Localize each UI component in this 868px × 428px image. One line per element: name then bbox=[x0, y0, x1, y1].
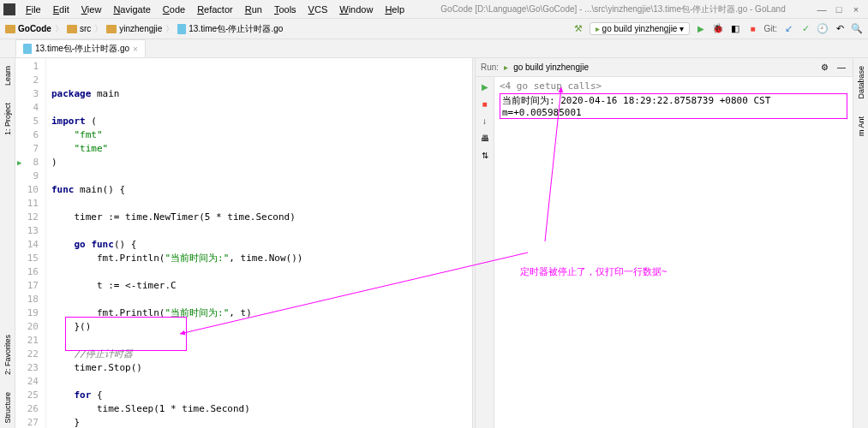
tab-label: 13.time包-停止计时器.go bbox=[35, 43, 129, 55]
breadcrumb-src[interactable]: src bbox=[67, 24, 91, 33]
go-file-icon bbox=[23, 44, 32, 54]
code-line: for { bbox=[51, 389, 472, 402]
run-console[interactable]: <4 go setup calls> 当前时间为: 2020-04-16 18:… bbox=[494, 77, 853, 428]
run-gutter-icon[interactable]: ▶ bbox=[17, 156, 21, 169]
chevron-down-icon: ▾ bbox=[679, 24, 684, 33]
run-side-toolbar: ▶ ■ ↓ 🖶 ⇅ bbox=[476, 77, 494, 428]
menubar: FileEditViewNavigateCodeRefactorRunTools… bbox=[21, 3, 410, 16]
code-line: package main bbox=[51, 87, 472, 101]
code-line: go func() { bbox=[51, 238, 472, 252]
breadcrumb: GoCode 〉 src 〉 yinzhengjie 〉 13.time包-停止… bbox=[5, 23, 283, 35]
go-file-icon bbox=[177, 24, 186, 34]
right-tool-stripe: Database m Ant bbox=[853, 58, 868, 428]
filter-button[interactable]: ⇅ bbox=[479, 149, 491, 161]
code-line bbox=[51, 293, 472, 306]
close-button[interactable]: × bbox=[851, 4, 861, 15]
console-setup-line: <4 go setup calls> bbox=[500, 80, 847, 92]
code-line: timer.Stop() bbox=[51, 361, 472, 375]
breadcrumb-file[interactable]: 13.time包-停止计时器.go bbox=[177, 23, 283, 35]
line-numbers: 12345678▶9101112131415161718192021222324… bbox=[15, 58, 46, 428]
menu-tools[interactable]: Tools bbox=[269, 3, 302, 16]
code-line: t := <-timer.C bbox=[51, 279, 472, 293]
settings-icon[interactable]: ⚙ bbox=[818, 62, 830, 74]
menu-help[interactable]: Help bbox=[380, 3, 410, 16]
code-line: time.Sleep(1 * time.Second) bbox=[51, 402, 472, 416]
menu-code[interactable]: Code bbox=[158, 3, 190, 16]
coverage-button[interactable]: ◧ bbox=[729, 23, 741, 35]
console-output-line: 当前时间为: 2020-04-16 18:29:22.8758739 +0800… bbox=[500, 93, 847, 119]
minimize-button[interactable]: — bbox=[817, 4, 827, 15]
menu-navigate[interactable]: Navigate bbox=[108, 3, 155, 16]
main-area: Learn 1: Project 2: Favorites Structure … bbox=[0, 58, 868, 428]
code-line bbox=[51, 265, 472, 279]
run-pane: Run: ▸ go build yinzhengjie ⚙ — ▶ ■ ↓ 🖶 … bbox=[476, 58, 853, 428]
tool-tab-favorites[interactable]: 2: Favorites bbox=[2, 330, 14, 379]
maximize-button[interactable]: □ bbox=[834, 4, 844, 15]
run-header: Run: ▸ go build yinzhengjie ⚙ — bbox=[476, 58, 853, 77]
rerun-button[interactable]: ▶ bbox=[479, 80, 491, 92]
run-title: Run: bbox=[481, 62, 499, 72]
run-config-icon: ▸ bbox=[596, 24, 600, 33]
hide-panel-icon[interactable]: — bbox=[835, 62, 847, 74]
editor-pane[interactable]: 12345678▶9101112131415161718192021222324… bbox=[15, 58, 472, 428]
code-line: timer := time.NewTimer(5 * time.Second) bbox=[51, 211, 472, 224]
code-line: fmt.Println("当前时间为:", time.Now()) bbox=[51, 252, 472, 265]
code-line: import ( bbox=[51, 115, 472, 128]
window-title: GoCode [D:\Language\Go\GoCode] - ...\src… bbox=[410, 3, 817, 15]
menu-run[interactable]: Run bbox=[240, 3, 267, 16]
code-line bbox=[51, 101, 472, 115]
folder-icon bbox=[106, 25, 117, 33]
code-line: "time" bbox=[51, 142, 472, 156]
editor-tab[interactable]: 13.time包-停止计时器.go × bbox=[15, 39, 146, 57]
editor-tabs: 13.time包-停止计时器.go × bbox=[0, 39, 868, 58]
run-config-icon: ▸ bbox=[504, 62, 508, 72]
code-line bbox=[51, 375, 472, 389]
toolbar: GoCode 〉 src 〉 yinzhengjie 〉 13.time包-停止… bbox=[0, 19, 868, 39]
run-config-name: go build yinzhengjie bbox=[513, 62, 589, 72]
code-line: "fmt" bbox=[51, 128, 472, 142]
app-icon bbox=[3, 3, 15, 15]
tool-tab-project[interactable]: 1: Project bbox=[2, 98, 14, 140]
debug-button[interactable]: 🐞 bbox=[712, 23, 724, 35]
menu-edit[interactable]: Edit bbox=[48, 3, 75, 16]
tool-tab-database[interactable]: Database bbox=[855, 62, 867, 104]
folder-icon bbox=[5, 25, 15, 33]
vcs-commit-icon[interactable]: ✓ bbox=[799, 23, 811, 35]
menu-vcs[interactable]: VCS bbox=[303, 3, 333, 16]
breadcrumb-root[interactable]: GoCode bbox=[5, 24, 51, 33]
tab-close-icon[interactable]: × bbox=[133, 45, 138, 54]
stop-button[interactable]: ■ bbox=[746, 23, 758, 35]
menu-view[interactable]: View bbox=[76, 3, 107, 16]
vcs-history-icon[interactable]: 🕘 bbox=[817, 23, 829, 35]
vcs-revert-icon[interactable]: ↶ bbox=[834, 23, 846, 35]
breadcrumb-pkg[interactable]: yinzhengjie bbox=[106, 24, 162, 33]
tool-tab-learn[interactable]: Learn bbox=[2, 62, 14, 90]
run-config-selector[interactable]: ▸ go build yinzhengjie ▾ bbox=[590, 22, 691, 35]
code-line: } bbox=[51, 416, 472, 428]
chevron-right-icon: 〉 bbox=[94, 23, 103, 35]
left-tool-stripe: Learn 1: Project 2: Favorites Structure bbox=[0, 58, 15, 428]
code-line bbox=[51, 224, 472, 238]
run-button[interactable]: ▶ bbox=[695, 23, 707, 35]
tool-tab-structure[interactable]: Structure bbox=[2, 388, 14, 428]
print-button[interactable]: 🖶 bbox=[479, 132, 491, 144]
code-line: ) bbox=[51, 156, 472, 169]
tool-tab-ant[interactable]: m Ant bbox=[855, 112, 867, 140]
chevron-right-icon: 〉 bbox=[55, 23, 63, 35]
vcs-update-icon[interactable]: ↙ bbox=[782, 23, 794, 35]
code-area[interactable]: package main import ( "fmt" "time") func… bbox=[46, 58, 472, 428]
menu-file[interactable]: File bbox=[21, 3, 46, 16]
stop-run-button[interactable]: ■ bbox=[479, 98, 491, 110]
search-icon[interactable]: 🔍 bbox=[851, 23, 863, 35]
menu-refactor[interactable]: Refactor bbox=[192, 3, 238, 16]
titlebar: FileEditViewNavigateCodeRefactorRunTools… bbox=[0, 0, 868, 19]
code-line bbox=[51, 197, 472, 211]
annotation-box bbox=[65, 317, 187, 351]
down-button[interactable]: ↓ bbox=[479, 115, 491, 127]
git-label: Git: bbox=[763, 24, 777, 33]
code-line bbox=[51, 169, 472, 183]
chevron-right-icon: 〉 bbox=[165, 23, 174, 35]
build-icon[interactable]: ⚒ bbox=[572, 23, 584, 35]
annotation-text: 定时器被停止了，仅打印一行数据~ bbox=[520, 265, 667, 278]
menu-window[interactable]: Window bbox=[334, 3, 378, 16]
